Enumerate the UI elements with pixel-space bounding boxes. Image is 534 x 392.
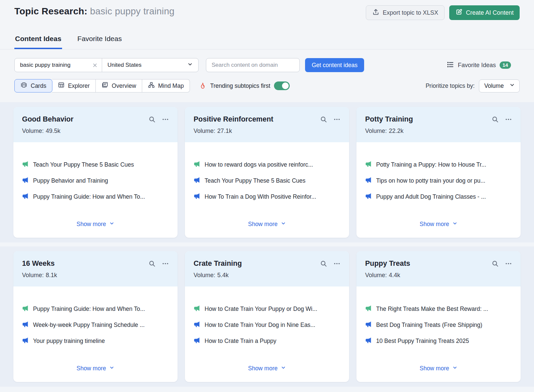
card-title: Good Behavior [22, 115, 149, 124]
card-volume: Volume:8.1k [22, 272, 169, 279]
headline-item[interactable]: Puppy and Adult Dog Training Classes - .… [365, 193, 512, 201]
chevron-down-icon [509, 82, 515, 89]
search-topic-icon[interactable] [492, 260, 499, 267]
chevron-down-icon [281, 365, 286, 372]
list-icon [447, 61, 454, 70]
headline-item[interactable]: How to Crate Train Your Puppy or Dog Wi.… [194, 305, 340, 313]
view-mode-explorer[interactable]: Explorer [52, 79, 96, 92]
domain-search-input[interactable] [206, 58, 300, 72]
search-topic-icon[interactable] [320, 116, 327, 123]
toggle-knob [282, 82, 289, 89]
topic-card-crate-training: Crate Training Volume:5.4k How to Crate … [185, 251, 349, 382]
search-topic-icon[interactable] [492, 116, 499, 123]
keyword-input[interactable] [20, 62, 92, 68]
headline-item[interactable]: Potty Training a Puppy: How to House Tr.… [365, 161, 512, 169]
favorite-ideas-count-badge: 14 [500, 61, 511, 69]
headline-item[interactable]: How To Train a Dog With Positive Reinfor… [194, 193, 340, 201]
headline-item[interactable]: 10 Best Puppy Training Treats 2025 [365, 337, 512, 345]
card-title: Puppy Treats [365, 259, 492, 268]
search-topic-icon[interactable] [149, 116, 156, 123]
edit-icon [455, 8, 463, 17]
show-more-button[interactable]: Show more [76, 364, 115, 373]
card-body: How to reward dogs via positive reinforc… [185, 142, 349, 238]
topic-card-potty-training: Potty Training Volume:22.2k Potty Traini… [356, 107, 521, 238]
topic-card-16-weeks: 16 Weeks Volume:8.1k Puppy Training Guid… [13, 251, 178, 382]
flame-icon [199, 82, 207, 90]
show-more-button[interactable]: Show more [247, 219, 287, 229]
chevron-down-icon [281, 221, 286, 228]
chevron-down-icon [109, 221, 114, 228]
megaphone-icon [365, 305, 372, 313]
megaphone-icon [365, 337, 372, 345]
headline-item[interactable]: Teach Your Puppy These 5 Basic Cues [194, 177, 340, 185]
keyword-field-wrap [15, 58, 102, 72]
megaphone-icon [365, 177, 372, 185]
view-options-row: Cards Explorer Overview Mind Map Trendin… [14, 79, 520, 92]
search-row: United States Get content ideas Favorite… [14, 58, 520, 72]
table-icon [58, 81, 65, 90]
card-body: Potty Training a Puppy: How to House Tr.… [356, 142, 521, 238]
headline-item[interactable]: Best Dog Training Treats (Free Shipping) [365, 321, 512, 329]
more-options-icon[interactable] [505, 260, 512, 267]
show-more-button[interactable]: Show more [419, 364, 458, 373]
more-options-icon[interactable] [333, 260, 340, 267]
card-header: Good Behavior Volume:49.5k [13, 107, 178, 142]
megaphone-icon [22, 193, 29, 201]
card-header: Puppy Treats Volume:4.4k [356, 251, 521, 286]
headline-item[interactable]: How to Crate Train Your Dog in Nine Eas.… [194, 321, 340, 329]
card-volume: Volume:27.1k [194, 128, 340, 135]
country-select[interactable]: United States [102, 58, 198, 72]
megaphone-icon [194, 305, 200, 313]
megaphone-icon [194, 177, 200, 185]
tabs: Content Ideas Favorite Ideas [0, 31, 534, 49]
chevron-down-icon [187, 61, 193, 69]
headline-item[interactable]: Puppy Training Guide: How and When To... [22, 305, 169, 313]
headline-item[interactable]: Puppy Training Guide: How and When To... [22, 193, 169, 201]
headline-item[interactable]: Puppy Behavior and Training [22, 177, 169, 185]
topic-research-page: Topic Research:basic puppy training Expo… [0, 0, 534, 392]
more-options-icon[interactable] [162, 260, 169, 267]
card-body: Puppy Training Guide: How and When To...… [13, 286, 178, 382]
export-xlsx-button[interactable]: Export topic to XLSX [366, 5, 445, 20]
headline-item[interactable]: How to Crate Train a Puppy [194, 337, 340, 345]
favorite-ideas-link[interactable]: Favorite Ideas 14 [447, 61, 511, 70]
show-more-button[interactable]: Show more [247, 364, 287, 373]
headline-item[interactable]: Your puppy training timeline [22, 337, 169, 345]
show-more-button[interactable]: Show more [76, 219, 115, 229]
show-more-button[interactable]: Show more [419, 219, 458, 229]
card-title: Positive Reinforcement [194, 115, 320, 124]
more-options-icon[interactable] [162, 116, 169, 123]
headline-item[interactable]: Week-by-week Puppy Training Schedule ... [22, 321, 169, 329]
tab-content-ideas[interactable]: Content Ideas [14, 31, 62, 49]
card-header: Potty Training Volume:22.2k [356, 107, 521, 142]
view-mode-mindmap[interactable]: Mind Map [142, 79, 190, 92]
cards-row-1: Good Behavior Volume:49.5k Teach Your Pu… [0, 102, 534, 242]
view-mode-cards[interactable]: Cards [14, 79, 52, 92]
get-content-ideas-button[interactable]: Get content ideas [305, 58, 364, 72]
trending-toggle[interactable] [274, 81, 290, 90]
search-topic-icon[interactable] [320, 260, 327, 267]
clear-keyword-icon[interactable] [92, 62, 98, 68]
card-body: Teach Your Puppy These 5 Basic Cues Pupp… [13, 142, 178, 238]
create-ai-content-button[interactable]: Create AI Content [449, 5, 520, 20]
headline-item[interactable]: Teach Your Puppy These 5 Basic Cues [22, 161, 169, 169]
chevron-down-icon [109, 365, 114, 372]
headline-item[interactable]: Tips on how to potty train your dog or p… [365, 177, 512, 185]
card-volume: Volume:5.4k [194, 272, 340, 279]
card-volume: Volume:22.2k [365, 128, 512, 135]
card-body: How to Crate Train Your Puppy or Dog Wi.… [185, 286, 349, 382]
chevron-down-icon [452, 221, 458, 228]
headline-item[interactable]: The Right Treats Make the Best Reward: .… [365, 305, 512, 313]
tab-favorite-ideas[interactable]: Favorite Ideas [77, 31, 122, 49]
view-mode-switcher: Cards Explorer Overview Mind Map [14, 79, 190, 92]
more-options-icon[interactable] [333, 116, 340, 123]
prioritize-select[interactable]: Volume [479, 79, 520, 92]
headline-item[interactable]: How to reward dogs via positive reinforc… [194, 161, 340, 169]
card-header: 16 Weeks Volume:8.1k [13, 251, 178, 286]
more-options-icon[interactable] [505, 116, 512, 123]
topbar-actions: Export topic to XLSX Create AI Content [366, 5, 520, 20]
view-mode-overview[interactable]: Overview [96, 79, 142, 92]
card-header: Positive Reinforcement Volume:27.1k [185, 107, 349, 142]
search-topic-icon[interactable] [149, 260, 156, 267]
prioritize-control: Prioritize topics by: Volume [426, 79, 520, 92]
